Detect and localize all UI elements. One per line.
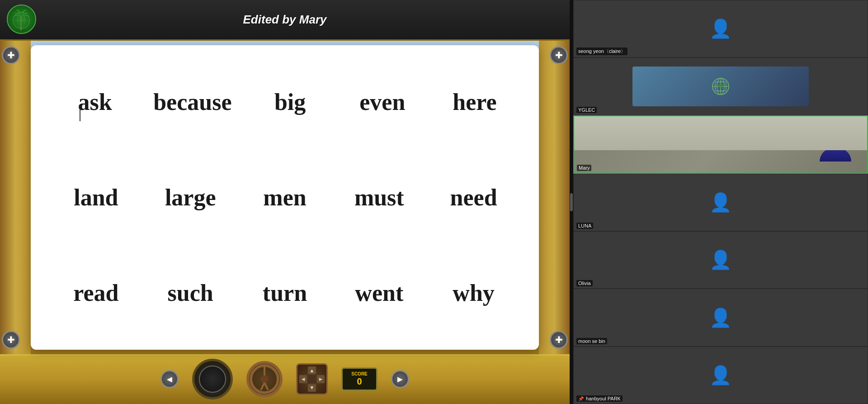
participant-name-luna: LUNA — [576, 223, 593, 229]
gauge — [192, 359, 233, 399]
mary-bg-wall — [574, 116, 867, 150]
video-placeholder-yglec — [574, 58, 868, 114]
word-must[interactable]: must — [345, 184, 413, 211]
svg-rect-15 — [718, 84, 723, 87]
corner-tl-icon: ✚ — [7, 50, 15, 61]
person-icon-seongyeon: 👤 — [709, 18, 732, 39]
participant-name-seongyeon: seong yeon〈claire〉 — [576, 48, 627, 55]
svg-point-6 — [261, 375, 268, 383]
score-display: SCORE 0 — [341, 367, 377, 391]
mary-video — [574, 116, 867, 173]
word-row-1: ask because big even here — [49, 54, 521, 150]
header-title: Edited by Mary — [243, 13, 327, 27]
corner-tr-icon: ✚ — [555, 50, 563, 61]
word-why[interactable]: why — [440, 280, 508, 306]
bottom-bar: ◄ ▲ ◄ ► ▼ — [0, 354, 570, 404]
text-cursor — [80, 109, 80, 121]
corner-emblem-tr[interactable]: ✚ — [550, 46, 568, 64]
logo-area — [7, 5, 36, 34]
svg-line-8 — [261, 383, 264, 390]
direction-pad[interactable]: ▲ ◄ ► ▼ — [296, 363, 328, 395]
divider-handle — [570, 193, 573, 211]
right-decorative-bar — [539, 41, 570, 354]
person-icon-olivia: 👤 — [709, 249, 732, 271]
participant-name-moonsebin: moon se bin — [576, 338, 607, 344]
participant-name-olivia: Olivia — [576, 280, 593, 286]
participant-name-yglec: YGLEC — [576, 107, 597, 113]
mary-video-bg — [574, 116, 867, 173]
word-row-2: land large men must need — [49, 150, 521, 245]
corner-br-icon: ✚ — [555, 334, 563, 345]
participant-tile-moonsebin: 👤 moon se bin — [573, 289, 868, 346]
person-icon-luna: 👤 — [709, 192, 732, 213]
corner-emblem-bl[interactable]: ✚ — [2, 331, 20, 349]
left-decorative-bar — [0, 41, 31, 354]
score-label: SCORE — [349, 371, 370, 376]
gauge-inner — [199, 366, 226, 393]
main-content: Edited by Mary ✚ ✚ ✚ ✚ ask because big e… — [0, 0, 570, 404]
word-read[interactable]: read — [62, 280, 130, 306]
participant-tile-luna: 👤 LUNA — [573, 174, 868, 231]
participant-name-mary: Mary — [577, 165, 591, 171]
corner-emblem-tl[interactable]: ✚ — [2, 46, 20, 64]
participant-tile-yglec: YGLEC — [573, 57, 868, 115]
word-here[interactable]: here — [441, 89, 509, 115]
word-such[interactable]: such — [156, 280, 224, 306]
steering-area: ◄ ▲ ◄ ► ▼ — [160, 359, 409, 399]
prev-button[interactable]: ◄ — [160, 370, 179, 388]
participant-tile-hanbyoul: 👤 📌 hanbyoul PARK — [573, 347, 868, 404]
word-need[interactable]: need — [440, 184, 508, 211]
word-big[interactable]: big — [256, 89, 324, 115]
steering-wheel-svg — [249, 364, 280, 394]
participant-tile-olivia: 👤 Olivia — [573, 231, 868, 289]
participant-name-hanbyoul: 📌 hanbyoul PARK — [576, 395, 623, 402]
yglec-thumbnail — [632, 67, 809, 106]
word-turn[interactable]: turn — [251, 280, 319, 306]
video-placeholder-moonsebin: 👤 — [574, 289, 868, 346]
person-icon-hanbyoul: 👤 — [709, 365, 732, 386]
word-card: ask because big even here land large men… — [31, 45, 539, 350]
next-button[interactable]: ► — [391, 370, 409, 388]
word-men[interactable]: men — [251, 184, 319, 211]
word-went[interactable]: went — [345, 280, 413, 306]
logo-icon — [11, 7, 32, 32]
panel-divider[interactable] — [570, 0, 573, 404]
participant-tile-seongyeon: 👤 seong yeon〈claire〉 — [573, 0, 868, 57]
video-placeholder-olivia: 👤 — [574, 232, 868, 288]
word-even[interactable]: even — [349, 89, 416, 115]
score-value: 0 — [349, 376, 370, 387]
corner-bl-icon: ✚ — [7, 334, 15, 345]
word-large[interactable]: large — [156, 184, 224, 211]
logo-circle — [7, 5, 36, 34]
video-placeholder-luna: 👤 — [574, 174, 868, 231]
yglec-thumbnail-svg — [712, 77, 730, 95]
person-icon-moonsebin: 👤 — [709, 307, 732, 328]
word-land[interactable]: land — [62, 184, 130, 211]
corner-emblem-br[interactable]: ✚ — [550, 331, 568, 349]
word-because[interactable]: because — [153, 89, 231, 115]
participants-sidebar: 👤 seong yeon〈claire〉 YGLEC — [573, 0, 868, 404]
participant-tile-mary: Mary — [573, 115, 868, 174]
header-bar: Edited by Mary — [0, 0, 570, 41]
word-row-3: read such turn went why — [49, 245, 521, 341]
steering-wheel — [246, 361, 283, 397]
pin-icon-hanbyoul: 📌 — [578, 396, 584, 401]
svg-line-9 — [264, 383, 268, 390]
word-ask[interactable]: ask — [61, 89, 129, 115]
